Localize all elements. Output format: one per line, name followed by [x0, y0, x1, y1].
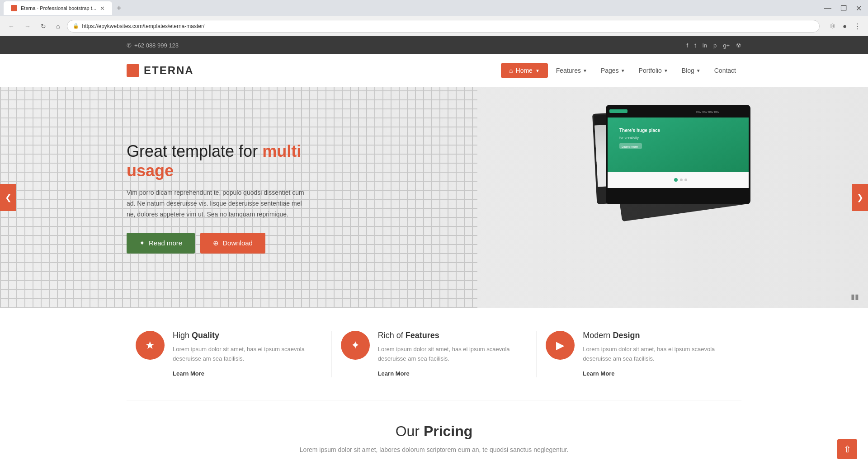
minimize-button[interactable]: — — [821, 4, 834, 13]
feature-quality-title: High Quality — [173, 331, 322, 340]
slider-pause-button[interactable]: ▮▮ — [851, 292, 859, 301]
reload-button[interactable]: ↻ — [38, 21, 49, 32]
hero-mockup: WE LOVES SIMPLICITY APLURE — [583, 100, 778, 290]
feature-design-link[interactable]: Learn More — [583, 370, 614, 377]
design-icon-circle: ▶ — [546, 331, 575, 360]
hero-buttons: ✦ Read more ⊕ Download — [127, 233, 307, 254]
design-title-bold: Design — [613, 331, 640, 340]
svg-rect-23 — [608, 172, 749, 188]
hero-description: Vim porro dicam reprehendunt te, populo … — [127, 188, 307, 220]
feature-design-content: Modern Design Lorem ipsum dolor sit amet… — [583, 331, 732, 377]
home-icon: ⌂ — [509, 67, 513, 74]
nav-menu: ⌂ Home ▼ Features ▼ Pages ▼ Portfolio ▼ — [501, 63, 741, 78]
new-tab-button[interactable]: + — [114, 4, 124, 13]
svg-text:nav nav nav nav: nav nav nav nav — [696, 110, 719, 113]
slider-prev-button[interactable]: ❮ — [0, 184, 16, 211]
hero-title-normal: Great template for — [127, 142, 262, 160]
nav-portfolio[interactable]: Portfolio ▼ — [633, 63, 674, 78]
nav-features-label: Features — [556, 67, 581, 74]
home-button[interactable]: ⌂ — [53, 21, 62, 32]
close-button[interactable]: ✕ — [853, 4, 864, 13]
scroll-to-top-button[interactable]: ⇧ — [837, 439, 857, 459]
dropbox-icon: ✦ — [351, 339, 360, 352]
home-dropdown-arrow: ▼ — [535, 68, 540, 73]
back-button[interactable]: ← — [5, 21, 17, 32]
maximize-button[interactable]: ❐ — [838, 4, 849, 13]
features-title-bold: Features — [406, 331, 439, 340]
logo: ETERNA — [127, 64, 194, 77]
features-icon-circle: ✦ — [341, 331, 370, 360]
topbar: ✆ +62 088 999 123 f t in p g+ ☢ — [0, 36, 868, 54]
nav-blog[interactable]: Blog ▼ — [676, 63, 706, 78]
feature-features-desc: Lorem ipsum dolor sit amet, has ei ipsum… — [378, 345, 528, 364]
svg-point-24 — [674, 178, 678, 182]
nav-home-label: Home — [516, 67, 533, 74]
star-icon: ★ — [145, 339, 155, 352]
read-more-button[interactable]: ✦ Read more — [127, 233, 195, 254]
svg-point-25 — [680, 179, 683, 181]
lock-icon: 🔒 — [73, 23, 79, 29]
feature-design-title: Modern Design — [583, 331, 732, 340]
forward-button[interactable]: → — [22, 21, 33, 32]
feature-quality: ★ High Quality Lorem ipsum dolor sit ame… — [127, 331, 332, 377]
slider-next-button[interactable]: ❯ — [852, 184, 868, 211]
feature-features-link[interactable]: Learn More — [378, 370, 410, 377]
svg-text:for creativity: for creativity — [619, 136, 639, 140]
twitter-icon[interactable]: t — [694, 42, 696, 49]
address-bar[interactable]: 🔒 https://epykwebsites.com/templates/ete… — [67, 20, 819, 33]
facebook-icon[interactable]: f — [687, 42, 689, 49]
phone-number: +62 088 999 123 — [134, 42, 179, 49]
rss-icon[interactable]: ☢ — [736, 42, 741, 49]
hero-slider: ❮ Great template for multi usage Vim por… — [0, 87, 868, 308]
topbar-social: f t in p g+ ☢ — [687, 42, 741, 49]
browser-tab[interactable]: Eterna - Professional bootstrap t... ✕ — [4, 1, 112, 15]
pricing-section: Our Pricing Lorem ipsum dolor sit amet, … — [0, 400, 868, 470]
nav-home-button[interactable]: ⌂ Home ▼ — [501, 63, 548, 78]
nav-blog-label: Blog — [682, 67, 694, 74]
pricing-title-bold: Pricing — [424, 423, 472, 439]
hero-content: Great template for multi usage Vim porro… — [0, 141, 307, 254]
feature-design-desc: Lorem ipsum dolor sit amet, has ei ipsum… — [583, 345, 732, 364]
readmore-icon: ✦ — [139, 239, 145, 247]
pricing-subtitle: Lorem ipsum dolor sit amet, labores dolo… — [298, 446, 570, 453]
profile-button[interactable]: ● — [841, 20, 849, 32]
features-arrow-icon: ▼ — [583, 68, 587, 73]
quality-icon-circle: ★ — [136, 331, 165, 360]
feature-quality-desc: Lorem ipsum dolor sit amet, has ei ipsum… — [173, 345, 322, 364]
tab-close-button[interactable]: ✕ — [100, 5, 105, 12]
svg-rect-16 — [609, 109, 627, 113]
browser-window: Eterna - Professional bootstrap t... ✕ +… — [0, 0, 868, 470]
blog-arrow-icon: ▼ — [696, 68, 701, 73]
phone-icon: ✆ — [127, 42, 132, 49]
browser-addressbar: ← → ↻ ⌂ 🔒 https://epykwebsites.com/templ… — [0, 16, 868, 36]
nav-pages[interactable]: Pages ▼ — [595, 63, 631, 78]
feature-quality-content: High Quality Lorem ipsum dolor sit amet,… — [173, 331, 322, 377]
extensions-button[interactable]: ⚛ — [828, 20, 837, 32]
browser-actions: ⚛ ● ⋮ — [828, 20, 863, 32]
tab-title: Eterna - Professional bootstrap t... — [21, 5, 96, 11]
pinterest-icon[interactable]: p — [713, 42, 717, 49]
download-button[interactable]: ⊕ Download — [200, 233, 265, 254]
feature-quality-link[interactable]: Learn More — [173, 370, 204, 377]
svg-text:Learn more: Learn more — [622, 145, 638, 148]
linkedin-icon[interactable]: in — [703, 42, 707, 49]
topbar-phone: ✆ +62 088 999 123 — [127, 42, 179, 49]
navbar: ETERNA ⌂ Home ▼ Features ▼ Pages ▼ Portf… — [0, 54, 868, 87]
download-icon: ⊕ — [213, 239, 219, 247]
logo-text: ETERNA — [144, 64, 194, 77]
nav-features[interactable]: Features ▼ — [551, 63, 593, 78]
address-text: https://epykwebsites.com/templates/etern… — [82, 23, 813, 29]
nav-contact[interactable]: Contact — [709, 63, 741, 78]
laptop-icon: ▶ — [556, 339, 564, 352]
menu-button[interactable]: ⋮ — [852, 20, 863, 32]
portfolio-arrow-icon: ▼ — [664, 68, 668, 73]
feature-features-content: Rich of Features Lorem ipsum dolor sit a… — [378, 331, 528, 377]
design-title-normal: Modern — [583, 331, 613, 340]
feature-design: ▶ Modern Design Lorem ipsum dolor sit am… — [537, 331, 741, 377]
nav-contact-label: Contact — [714, 67, 736, 74]
feature-features: ✦ Rich of Features Lorem ipsum dolor sit… — [332, 331, 537, 377]
quality-title-normal: High — [173, 331, 192, 340]
logo-icon — [127, 64, 139, 77]
googleplus-icon[interactable]: g+ — [723, 42, 730, 49]
pages-arrow-icon: ▼ — [621, 68, 625, 73]
